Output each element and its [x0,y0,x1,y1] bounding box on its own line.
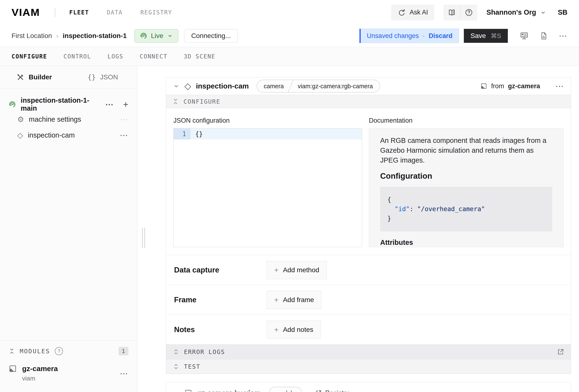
test-bar[interactable]: TEST [166,359,571,374]
org-switcher[interactable]: Shannon's Org [486,8,546,16]
code-line: { [387,195,545,204]
connection-status-label: Connecting... [191,32,231,40]
collapse-icon [172,98,179,105]
nav-data[interactable]: DATA [107,9,123,16]
module-card-by: by [235,389,242,392]
expand-icon [173,349,179,355]
modules-count-badge: 1 [119,347,128,355]
more-options-icon[interactable]: ⋯ [120,115,128,123]
chevron-down-icon[interactable] [173,390,180,392]
module-card-name: gz-camera [197,389,232,392]
registry-link[interactable]: Registry [315,389,349,392]
more-options-icon[interactable]: ⋯ [559,32,568,40]
add-component-icon[interactable]: + [123,100,128,109]
machine-status-button[interactable]: Live [135,29,178,43]
unsaved-changes-label: Unsaved changes [367,32,419,40]
code-key: "id" [395,205,410,213]
add-frame-button[interactable]: + Add frame [267,291,321,309]
chevron-down-icon [167,33,173,39]
breadcrumb-location[interactable]: First Location [11,32,52,40]
discard-button[interactable]: Discard [429,32,452,40]
connection-status-button[interactable]: Connecting... [184,29,238,43]
more-options-icon[interactable]: ⋯ [120,369,128,378]
add-notes-label: Add notes [283,326,313,333]
json-config-editor[interactable]: 1 {} [173,128,362,247]
docs-button[interactable] [443,4,460,20]
screen-share-icon[interactable] [520,31,528,40]
help-button[interactable] [460,4,477,20]
code-line: "id": "/overhead_camera" [387,204,545,214]
documentation-description: An RGB camera component that reads image… [380,136,551,165]
avatar[interactable]: SB [558,8,568,16]
from-module-name[interactable]: gz-camera [508,82,540,90]
module-org: viam [22,375,58,382]
broadcast-icon [140,32,147,39]
braces-icon: {} [87,73,96,81]
report-file-icon[interactable] [540,32,548,40]
documentation-panel[interactable]: An RGB camera component that reads image… [369,128,564,247]
tab-connect[interactable]: CONNECT [140,53,167,60]
tab-3d-scene[interactable]: 3D SCENE [184,53,216,60]
error-logs-bar[interactable]: ERROR LOGS [166,344,571,359]
help-icon [465,8,473,17]
more-options-icon[interactable]: ⋯ [120,131,128,139]
error-logs-label: ERROR LOGS [184,348,225,355]
more-options-icon[interactable]: ⋯ [105,100,114,108]
save-label: Save [471,32,486,40]
add-method-button[interactable]: + Add method [267,261,327,279]
json-config-label: JSON configuration [173,117,362,124]
tree-root-part[interactable]: inspection-station-1-main ⋯ + [0,97,137,111]
mode-json-label: JSON [100,73,118,81]
mode-builder-label: Builder [29,73,52,81]
sidebar-resize-gutter [137,66,153,392]
add-notes-button[interactable]: + Add notes [267,320,321,339]
dot-separator: · [423,32,425,40]
component-type: camera [257,83,290,90]
mode-builder[interactable]: Builder [0,66,69,88]
component-name: inspection-cam [196,82,249,90]
org-name: Shannon's Org [486,8,536,16]
more-options-icon[interactable]: ⋯ [555,82,564,90]
header-divider [55,8,55,17]
external-link-icon [315,390,322,392]
nav-fleet[interactable]: FLEET [69,9,89,16]
tree-item-inspection-cam[interactable]: ◇ inspection-cam ⋯ [0,127,137,143]
configure-section-bar[interactable]: CONFIGURE [166,95,571,108]
module-card-org: viam [244,389,261,392]
main-nav: FLEET DATA REGISTRY [69,9,172,16]
machine-tab-bar: CONFIGURE CONTROL LOGS CONNECT 3D SCENE [0,47,579,66]
frame-title: Frame [174,296,267,304]
modules-section: MODULES ? 1 gz-camera viam ⋯ [0,340,137,392]
content: Builder {} JSON inspection-station-1-mai… [0,66,579,392]
modules-help-icon[interactable]: ? [55,347,63,355]
ask-ai-button[interactable]: Ask AI [391,4,434,20]
breadcrumb-separator: › [56,32,59,40]
module-card-gz-camera: gz-camera by viam module Registry [166,382,571,392]
mode-json[interactable]: {} JSON [69,66,137,88]
expand-icon [173,363,179,370]
documentation-code-block: { "id": "/overhead_camera" } [380,187,552,231]
tab-configure[interactable]: CONFIGURE [11,53,47,60]
collapse-icon[interactable] [9,348,15,354]
machine-part-tree: inspection-station-1-main ⋯ + ⚙ machine … [0,89,137,340]
tree-item-label: machine settings [29,115,81,123]
nav-registry[interactable]: REGISTRY [141,9,172,16]
component-card-inspection-cam: ◇ inspection-cam camera viam:gz-camera:r… [166,77,571,374]
external-link-icon[interactable] [557,348,564,355]
machine-status-label: Live [151,32,163,40]
ask-ai-label: Ask AI [410,9,428,16]
registry-label: Registry [325,389,349,392]
tab-logs[interactable]: LOGS [107,53,123,60]
module-list-item[interactable]: gz-camera viam ⋯ [9,365,128,382]
tree-item-machine-settings[interactable]: ⚙ machine settings ⋯ [0,111,137,127]
modules-label: MODULES [20,348,50,355]
viam-logo[interactable]: VIAM [11,7,40,18]
chevron-down-icon[interactable] [173,83,180,89]
sidebar-drag-handle[interactable] [142,228,145,248]
notes-title: Notes [174,325,267,334]
save-button[interactable]: Save ⌘S [464,29,508,43]
tab-control[interactable]: CONTROL [64,53,91,60]
module-card-header: gz-camera by viam module Registry [166,382,571,392]
editor-code: {} [190,128,362,140]
module-icon [184,389,192,392]
